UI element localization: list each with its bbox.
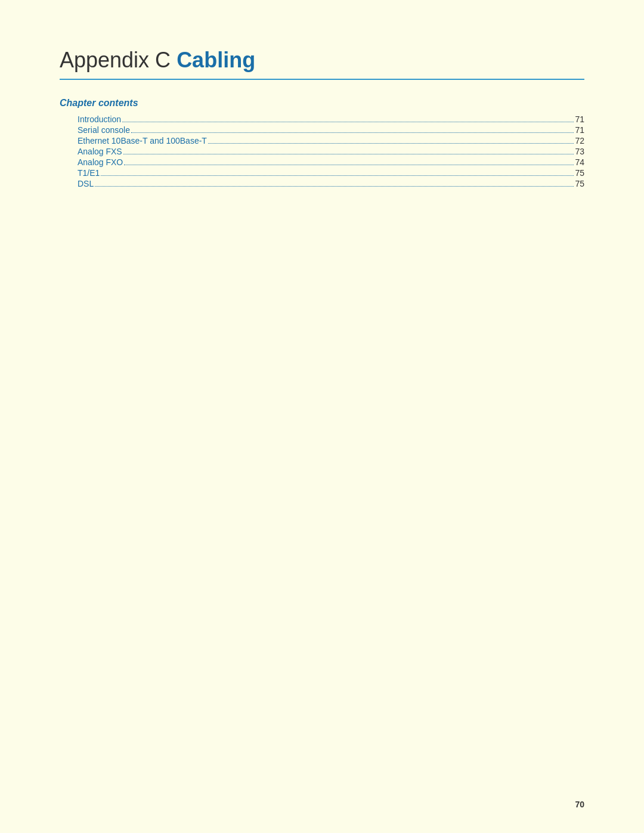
page-title: Appendix C Cabling — [60, 48, 584, 73]
page-number: 70 — [575, 800, 584, 809]
toc-page: 75 — [575, 179, 584, 188]
toc-link-1[interactable]: Serial console — [78, 125, 130, 135]
toc-item: Analog FXO74 — [60, 157, 584, 167]
page-header: Appendix C Cabling — [60, 48, 584, 80]
toc-page: 74 — [575, 157, 584, 167]
toc-link-3[interactable]: Analog FXS — [78, 147, 122, 156]
toc-link-0[interactable]: Introduction — [78, 114, 121, 124]
page-container: Appendix C Cabling Chapter contents Intr… — [0, 0, 644, 833]
toc-page: 73 — [575, 147, 584, 156]
toc-dots — [95, 186, 574, 187]
toc-list: Introduction71Serial console71Ethernet 1… — [60, 114, 584, 188]
toc-item: DSL75 — [60, 179, 584, 188]
toc-dots — [208, 143, 574, 144]
toc-dots — [123, 154, 574, 154]
toc-page: 72 — [575, 136, 584, 145]
toc-page: 71 — [575, 125, 584, 135]
toc-item: T1/E175 — [60, 168, 584, 178]
chapter-contents-heading: Chapter contents — [60, 98, 584, 109]
toc-page: 71 — [575, 114, 584, 124]
toc-item: Ethernet 10Base-T and 100Base-T72 — [60, 136, 584, 145]
toc-dots — [101, 175, 574, 176]
toc-link-4[interactable]: Analog FXO — [78, 157, 123, 167]
toc-item: Introduction71 — [60, 114, 584, 124]
toc-dots — [131, 132, 574, 133]
toc-link-2[interactable]: Ethernet 10Base-T and 100Base-T — [78, 136, 207, 145]
title-bold: Cabling — [177, 48, 255, 72]
toc-page: 75 — [575, 168, 584, 178]
title-prefix: Appendix C — [60, 48, 177, 72]
toc-link-5[interactable]: T1/E1 — [78, 168, 100, 178]
toc-dots — [122, 122, 574, 122]
toc-dots — [124, 165, 574, 165]
chapter-contents-section: Chapter contents Introduction71Serial co… — [60, 98, 584, 188]
toc-item: Serial console71 — [60, 125, 584, 135]
toc-item: Analog FXS73 — [60, 147, 584, 156]
toc-link-6[interactable]: DSL — [78, 179, 94, 188]
